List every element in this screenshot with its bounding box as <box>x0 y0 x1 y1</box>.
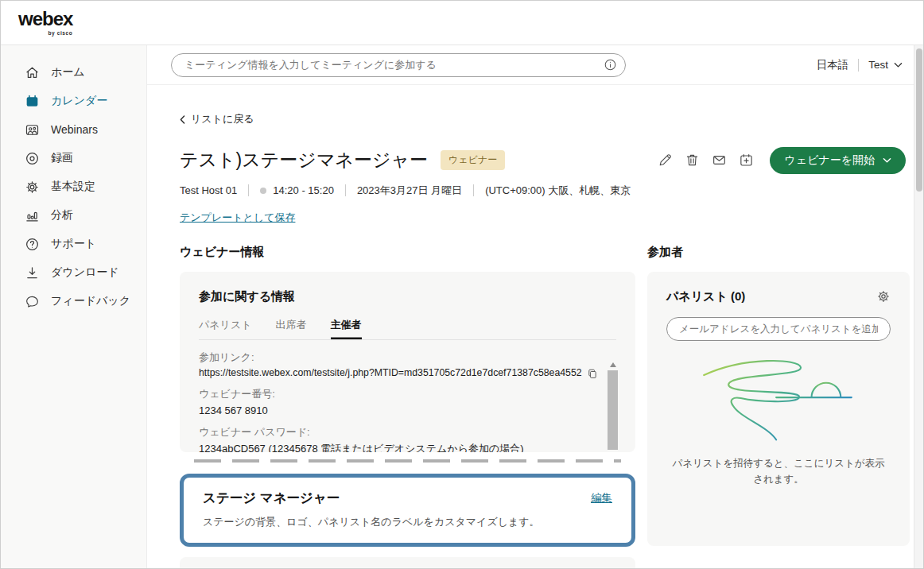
trash-icon <box>685 153 700 168</box>
analytics-bar-chart-icon <box>25 208 40 223</box>
save-as-template-link[interactable]: テンプレートとして保存 <box>180 211 295 225</box>
sidebar-item-feedback[interactable]: フィードバック <box>1 287 146 315</box>
language-selector[interactable]: 日本語 <box>817 58 849 72</box>
webinar-time: 14:20 - 15:20 <box>273 184 334 196</box>
page-scrollbar[interactable] <box>914 45 923 568</box>
dashed-divider <box>194 459 621 463</box>
email-button[interactable] <box>712 153 727 168</box>
join-link-url[interactable]: https://testsite.webex.com/testsite/j.ph… <box>199 367 582 380</box>
add-panelist-input[interactable] <box>666 317 891 341</box>
join-link-label: 参加リンク: <box>199 351 580 365</box>
page-title: テスト)ステージマネージャー <box>180 148 428 172</box>
copy-icon <box>587 368 598 380</box>
sidebar-item-webinars[interactable]: Webinars <box>1 115 146 144</box>
webinar-badge: ウェビナー <box>441 150 505 170</box>
tab-attendee[interactable]: 出席者 <box>276 318 307 339</box>
info-icon[interactable] <box>604 58 617 72</box>
sidebar-item-home[interactable]: ホーム <box>1 58 146 87</box>
panelist-settings-button[interactable] <box>876 289 891 304</box>
join-info-title: 参加に関する情報 <box>199 289 616 304</box>
sidebar-item-settings[interactable]: 基本設定 <box>1 172 146 201</box>
join-meeting-input[interactable] <box>184 59 604 71</box>
user-name: Test <box>868 59 888 71</box>
back-to-list-link[interactable]: リストに戻る <box>180 112 254 126</box>
app-header: webex by cisco <box>1 1 923 45</box>
participants-heading: 参加者 <box>647 245 910 260</box>
chevron-down-icon <box>883 157 891 164</box>
panelist-empty-illustration <box>687 354 870 446</box>
join-info-tabs: パネリスト 出席者 主催者 <box>199 318 616 340</box>
divider <box>345 184 346 196</box>
feedback-bubble-icon <box>25 294 40 309</box>
page-content: リストに戻る テスト)ステージマネージャー ウェビナー <box>147 85 923 568</box>
webinar-info-heading: ウェビナー情報 <box>180 245 635 260</box>
sidebar-item-label: Webinars <box>51 123 98 136</box>
sidebar-item-downloads[interactable]: ダウンロード <box>1 258 146 287</box>
start-webinar-button[interactable]: ウェビナーを開始 <box>770 147 906 174</box>
chevron-down-icon <box>894 62 903 68</box>
settings-gear-icon <box>25 180 40 195</box>
webinar-password-value: 1234abCD567 (12345678 電話またはビデオシステムから参加の場… <box>199 443 580 451</box>
stage-manager-title: ステージ マネージャー <box>203 490 340 507</box>
chevron-left-icon <box>180 115 185 124</box>
recordings-icon <box>25 151 40 166</box>
sidebar-item-label: 分析 <box>51 208 73 223</box>
stage-manager-edit-link[interactable]: 編集 <box>591 491 612 505</box>
stage-manager-description: ステージの背景、ロゴ、パネリスト名のラベルをカスタマイズします。 <box>203 515 612 529</box>
title-actions <box>658 153 754 168</box>
webex-app-window: webex by cisco ホーム カレンダー Webinars 録画 <box>0 0 924 569</box>
copy-link-button[interactable] <box>587 368 598 380</box>
panelist-empty-text: パネリストを招待すると、ここにリストが表示されます。 <box>666 455 891 488</box>
page-scrollbar-thumb[interactable] <box>916 48 922 192</box>
start-webinar-label: ウェビナーを開始 <box>784 153 875 168</box>
scrollbar-thumb[interactable] <box>608 370 618 450</box>
webinar-date: 2023年3月27日 月曜日 <box>357 184 462 198</box>
scroll-up-arrow-icon[interactable] <box>610 359 616 367</box>
sidebar-item-label: 録画 <box>51 151 73 165</box>
sidebar-item-support[interactable]: サポート <box>1 230 146 258</box>
webinar-password-label: ウェビナー パスワード: <box>199 426 580 439</box>
card-scrollbar[interactable] <box>608 359 618 450</box>
sidebar-item-label: ホーム <box>51 65 85 79</box>
envelope-icon <box>712 153 727 168</box>
divider <box>473 184 474 196</box>
sidebar-item-label: カレンダー <box>51 94 107 108</box>
sidebar-item-recordings[interactable]: 録画 <box>1 144 146 172</box>
delete-button[interactable] <box>685 153 700 168</box>
gear-icon <box>876 289 891 304</box>
sidebar-item-label: 基本設定 <box>51 180 95 194</box>
user-menu[interactable]: Test <box>868 59 903 71</box>
by-cisco-text: by cisco <box>49 30 73 36</box>
edit-pencil-icon <box>658 153 673 168</box>
status-dot <box>260 188 266 194</box>
calendar-plus-icon <box>739 153 754 168</box>
webinar-number-label: ウェビナー番号: <box>199 388 580 401</box>
stage-manager-highlight-box: ステージ マネージャー 編集 ステージの背景、ロゴ、パネリスト名のラベルをカスタ… <box>180 474 635 547</box>
divider <box>858 59 859 72</box>
join-meeting-search[interactable] <box>171 53 626 77</box>
sidebar-nav: ホーム カレンダー Webinars 録画 基本設定 分析 <box>1 45 147 568</box>
webex-logo-text: webex <box>18 10 72 29</box>
tab-host[interactable]: 主催者 <box>331 318 362 339</box>
back-link-label: リストに戻る <box>191 112 254 126</box>
home-icon <box>25 65 40 80</box>
tab-panelist[interactable]: パネリスト <box>199 318 252 339</box>
webex-logo: webex by cisco <box>18 10 72 36</box>
webinar-number-value: 1234 567 8910 <box>199 404 580 418</box>
sidebar-item-analytics[interactable]: 分析 <box>1 201 146 230</box>
webinar-timezone: (UTC+09:00) 大阪、札幌、東京 <box>485 184 631 198</box>
add-to-calendar-button[interactable] <box>739 153 754 168</box>
post-webinar-survey-card: ウェビナー後のアンケート 追加 <box>180 557 635 569</box>
webinars-icon <box>25 122 40 137</box>
edit-button[interactable] <box>658 153 673 168</box>
sidebar-item-label: フィードバック <box>51 294 130 308</box>
host-name: Test Host 01 <box>180 184 237 196</box>
sidebar-item-calendar[interactable]: カレンダー <box>1 87 146 115</box>
support-question-icon <box>25 237 40 252</box>
join-info-card: 参加に関する情報 パネリスト 出席者 主催者 参加リンク: https://te… <box>180 272 635 452</box>
sidebar-item-label: サポート <box>51 237 96 251</box>
panelist-card: パネリスト (0) <box>647 272 910 546</box>
join-info-scroll-area: 参加リンク: https://testsite.webex.com/testsi… <box>199 351 616 452</box>
calendar-icon <box>25 94 40 109</box>
top-bar: 日本語 Test <box>147 45 923 85</box>
